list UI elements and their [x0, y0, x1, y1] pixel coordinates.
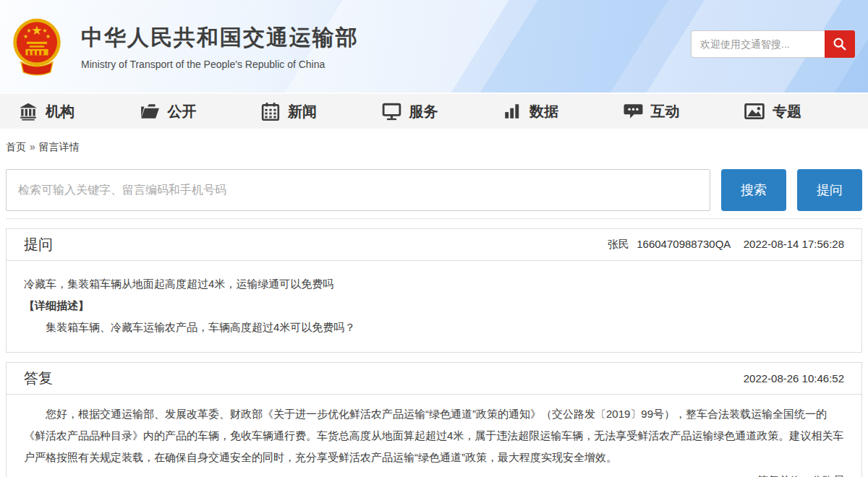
monitor-icon [382, 102, 401, 121]
divider [6, 218, 862, 219]
search-icon [832, 36, 848, 52]
question-detail-label: 【详细描述】 [24, 295, 844, 317]
svg-text:★: ★ [46, 33, 51, 40]
svg-text:★: ★ [27, 27, 32, 34]
breadcrumb-separator: » [30, 141, 35, 152]
ask-question-button[interactable]: 提问 [797, 169, 862, 211]
nav-label: 机构 [46, 102, 75, 121]
question-author: 张民 [608, 238, 629, 250]
page-content: 首页»留言详情 搜索 提问 提问 张民 1660470988730QA 2022… [0, 141, 868, 477]
answer-unit: 公路局 [812, 474, 844, 477]
nav-label: 专题 [773, 102, 801, 121]
answer-section-header: 答复 2022-08-26 10:46:52 [7, 363, 861, 395]
answer-section: 答复 2022-08-26 10:46:52 您好，根据交通运输部、发展改革委、… [6, 362, 862, 477]
nav-item-zhuanti[interactable]: 专题 [744, 102, 801, 121]
svg-text:★: ★ [31, 23, 42, 38]
smart-search [691, 30, 855, 58]
nav-item-gongkai[interactable]: 公开 [140, 102, 197, 121]
breadcrumb: 首页»留言详情 [6, 141, 862, 154]
calendar-icon [261, 102, 280, 121]
question-detail-text: 集装箱车辆、冷藏车运输农产品，车辆高度超过4米可以免费吗？ [24, 317, 844, 338]
nav-label: 服务 [409, 102, 438, 121]
smart-search-input[interactable] [691, 30, 825, 58]
question-section-title: 提问 [24, 235, 53, 254]
site-subtitle: Ministry of Transport of the People's Re… [81, 59, 359, 70]
main-navigation: 机构 公开 新闻 服务 [0, 93, 868, 129]
answer-timestamp: 2022-08-26 10:46:52 [744, 372, 844, 384]
nav-item-shuju[interactable]: 数据 [503, 102, 558, 121]
speech-bubble-icon [624, 102, 643, 121]
smart-search-button[interactable] [825, 30, 855, 58]
nav-item-jigou[interactable]: 机构 [19, 102, 75, 121]
message-search-row: 搜索 提问 [6, 169, 862, 211]
bank-icon [19, 102, 38, 121]
national-emblem-icon: ★ ★ ★ ★ ★ [9, 17, 65, 76]
question-section: 提问 张民 1660470988730QA 2022-08-14 17:56:2… [6, 228, 862, 353]
svg-text:★: ★ [42, 27, 47, 34]
bar-chart-icon [503, 102, 522, 121]
folder-icon [140, 102, 160, 121]
nav-item-fuwu[interactable]: 服务 [382, 102, 438, 121]
site-title: 中华人民共和国交通运输部 [81, 23, 359, 53]
answer-unit-line: 答复单位：公路局 [7, 470, 861, 477]
answer-body: 您好，根据交通运输部、发展改革委、财政部《关于进一步优化鲜活农产品运输“绿色通道… [7, 395, 861, 468]
question-timestamp: 2022-08-14 17:56:28 [744, 238, 844, 250]
nav-item-hudong[interactable]: 互动 [624, 102, 680, 121]
nav-label: 新闻 [288, 102, 317, 121]
answer-unit-label: 答复单位： [757, 474, 812, 477]
nav-item-xinwen[interactable]: 新闻 [261, 102, 317, 121]
breadcrumb-home[interactable]: 首页 [6, 141, 26, 152]
picture-icon [744, 102, 765, 121]
question-body: 冷藏车，集装箱车辆从地面起高度超过4米，运输绿通可以免费吗 【详细描述】 集装箱… [7, 261, 861, 352]
question-title: 冷藏车，集装箱车辆从地面起高度超过4米，运输绿通可以免费吗 [24, 273, 844, 295]
search-button[interactable]: 搜索 [721, 169, 786, 211]
svg-text:★: ★ [23, 33, 28, 40]
nav-label: 互动 [651, 102, 680, 121]
question-meta: 张民 1660470988730QA 2022-08-14 17:56:28 [603, 238, 844, 252]
question-code: 1660470988730QA [637, 238, 730, 250]
answer-section-title: 答复 [24, 369, 53, 388]
question-section-header: 提问 张民 1660470988730QA 2022-08-14 17:56:2… [7, 229, 861, 261]
nav-label: 数据 [529, 102, 558, 121]
breadcrumb-current: 留言详情 [39, 141, 80, 152]
site-header: ★ ★ ★ ★ ★ 中华人民共和国交通运输部 Ministry of Trans… [0, 0, 868, 93]
message-search-input[interactable] [6, 169, 710, 211]
nav-label: 公开 [168, 102, 197, 121]
